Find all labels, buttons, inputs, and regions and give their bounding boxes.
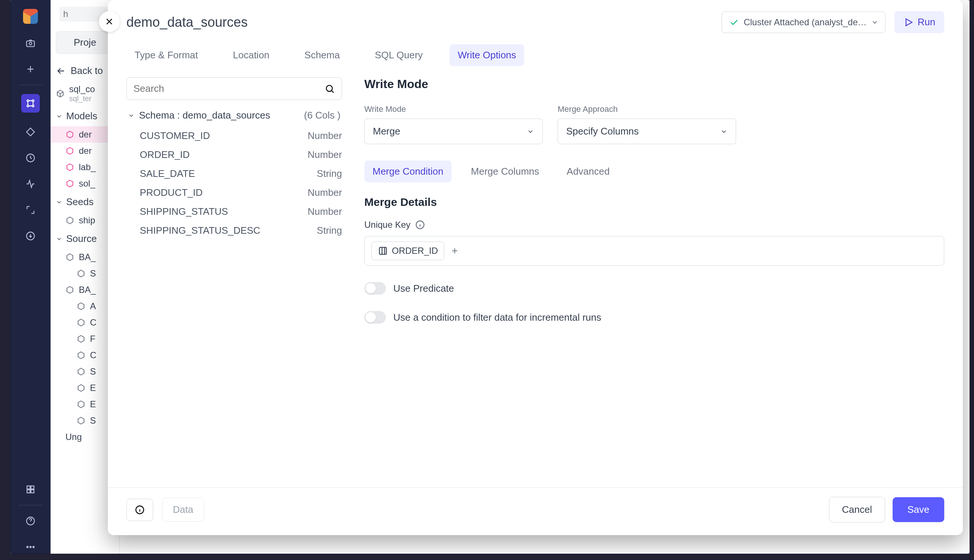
activity-icon[interactable]	[24, 177, 37, 191]
svg-point-13	[27, 546, 28, 548]
incremental-filter-row: Use a condition to filter data for incre…	[364, 311, 944, 324]
cluster-selector[interactable]: Cluster Attached (analyst_de…	[722, 12, 886, 33]
chevron-down-icon	[56, 113, 62, 120]
chevron-down-icon	[128, 112, 135, 119]
chevron-down-icon	[871, 18, 879, 26]
cancel-button[interactable]: Cancel	[829, 497, 885, 522]
hex-icon	[65, 163, 74, 172]
chevron-down-icon	[527, 126, 534, 137]
unique-key-input[interactable]: ORDER_ID +	[364, 236, 944, 266]
tab-schema[interactable]: Schema	[296, 44, 348, 66]
run-button[interactable]: Run	[894, 11, 944, 33]
use-predicate-row: Use Predicate	[364, 282, 944, 295]
svg-point-1	[29, 42, 32, 45]
schema-column-row[interactable]: ORDER_IDNumber	[127, 145, 342, 164]
merge-details-heading: Merge Details	[364, 196, 944, 208]
use-predicate-toggle[interactable]	[364, 282, 386, 295]
save-button[interactable]: Save	[892, 497, 944, 522]
tab-type-format[interactable]: Type & Format	[127, 44, 206, 66]
merge-subtabs: Merge ConditionMerge ColumnsAdvanced	[364, 160, 944, 182]
merge-approach-select[interactable]: Specify Columns	[558, 118, 736, 144]
schema-column-row[interactable]: PRODUCT_IDNumber	[127, 183, 342, 202]
svg-point-4	[27, 105, 29, 107]
key-chip[interactable]: ORDER_ID	[371, 242, 444, 260]
app-logo	[23, 9, 38, 24]
schema-column-row[interactable]: SALE_DATEString	[127, 164, 342, 183]
hex-icon	[65, 285, 74, 294]
column-icon	[378, 246, 388, 256]
close-icon	[104, 17, 115, 27]
plus-icon[interactable]	[24, 62, 37, 76]
svg-point-14	[30, 546, 31, 548]
hex-icon	[77, 269, 85, 278]
svg-point-2	[27, 100, 29, 102]
hex-icon	[77, 416, 85, 425]
add-key-button[interactable]: +	[452, 245, 458, 257]
hex-icon	[65, 216, 74, 225]
hex-icon	[77, 383, 85, 392]
rail-separator	[18, 85, 43, 85]
write-mode-select[interactable]: Merge	[364, 118, 543, 144]
subtab-merge-condition[interactable]: Merge Condition	[364, 160, 452, 182]
hex-icon	[65, 253, 74, 262]
hex-icon	[65, 130, 74, 139]
rail-separator	[18, 505, 43, 505]
hex-icon	[77, 367, 85, 376]
project-button[interactable]: Proje	[56, 31, 114, 54]
svg-rect-9	[31, 486, 34, 489]
hex-icon	[77, 302, 85, 311]
schema-search-input[interactable]	[133, 83, 325, 94]
diamond-icon[interactable]	[24, 125, 37, 138]
info-icon[interactable]	[415, 220, 425, 230]
svg-rect-10	[27, 490, 30, 493]
hex-icon	[77, 400, 85, 409]
schema-column-row[interactable]: CUSTOMER_IDNumber	[127, 126, 342, 145]
download-icon[interactable]	[24, 229, 37, 243]
cube-icon	[56, 89, 65, 98]
info-button[interactable]	[127, 499, 153, 521]
write-mode-label: Write Mode	[364, 104, 543, 114]
write-mode-heading: Write Mode	[364, 77, 944, 91]
clock-icon[interactable]	[24, 151, 37, 165]
play-icon	[903, 17, 914, 27]
svg-rect-19	[380, 247, 387, 255]
chevron-down-icon	[720, 126, 727, 137]
help-icon[interactable]	[24, 514, 37, 528]
schema-header[interactable]: Schema : demo_data_sources (6 Cols )	[128, 110, 340, 121]
schema-column-row[interactable]: SHIPPING_STATUSNumber	[127, 202, 342, 221]
svg-rect-8	[27, 486, 30, 489]
tab-write-options[interactable]: Write Options	[449, 44, 524, 66]
hex-icon	[77, 318, 85, 327]
expand-icon[interactable]	[24, 203, 37, 217]
chevron-down-icon	[56, 199, 62, 205]
schema-column-row[interactable]: SHIPPING_STATUS_DESCString	[127, 221, 342, 240]
grid-icon[interactable]	[24, 483, 37, 496]
schema-search[interactable]	[127, 77, 342, 100]
hex-icon	[65, 147, 74, 155]
editor-modal: demo_data_sources Cluster Attached (anal…	[108, 0, 963, 535]
svg-point-3	[32, 100, 34, 102]
more-icon[interactable]	[24, 540, 37, 554]
incremental-filter-toggle[interactable]	[364, 311, 386, 324]
modal-title: demo_data_sources	[127, 15, 248, 30]
camera-icon[interactable]	[24, 37, 37, 50]
info-icon	[135, 505, 145, 515]
svg-point-5	[32, 105, 34, 107]
merge-approach-label: Merge Approach	[558, 104, 736, 114]
pipeline-icon[interactable]	[21, 94, 40, 113]
subtab-advanced[interactable]: Advanced	[559, 160, 618, 182]
chevron-down-icon	[56, 236, 62, 242]
arrow-left-icon	[56, 66, 66, 76]
tab-sql-query[interactable]: SQL Query	[367, 44, 431, 66]
subtab-merge-columns[interactable]: Merge Columns	[463, 160, 548, 182]
hex-icon	[77, 335, 85, 343]
hex-icon	[65, 179, 74, 188]
modal-tabs: Type & FormatLocationSchemaSQL QueryWrit…	[108, 37, 963, 66]
data-button[interactable]: Data	[162, 498, 204, 522]
svg-point-17	[327, 85, 332, 91]
svg-point-15	[33, 546, 34, 548]
tab-location[interactable]: Location	[225, 44, 278, 66]
check-icon	[729, 17, 739, 27]
close-button[interactable]	[99, 11, 120, 32]
svg-rect-11	[31, 490, 34, 493]
